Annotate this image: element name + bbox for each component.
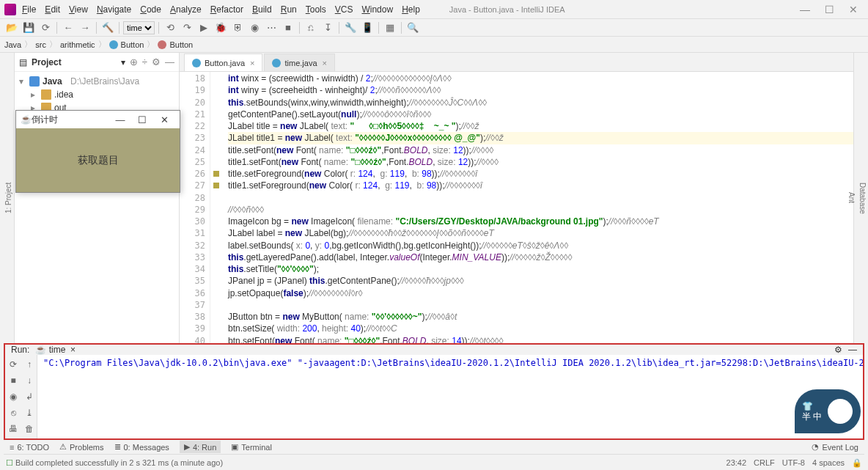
project-sidebar: ▤ Project ▾ ⊕ ÷ ⚙ — ▾ Java D:\JetBrains\… [15, 53, 180, 343]
redo-icon[interactable]: → [78, 21, 92, 35]
tree-node[interactable]: ▸.idea [15, 88, 179, 101]
minimize-button[interactable]: — [800, 4, 810, 15]
menu-refactor[interactable]: Refactor [210, 4, 243, 15]
run-config-select[interactable]: time [123, 21, 155, 34]
rail-project[interactable]: 1: Project [3, 53, 14, 343]
clear-icon[interactable]: 🗑 [23, 422, 36, 436]
menu-build[interactable]: Build [252, 4, 272, 15]
exit-icon[interactable]: ⎋ [7, 406, 20, 419]
gear-icon[interactable]: ⚙ [152, 56, 161, 67]
rail-database[interactable]: Database [857, 53, 868, 343]
vcs-icon[interactable]: ⎌ [304, 21, 318, 35]
editor-tab[interactable]: time.java× [264, 54, 334, 71]
tab-run[interactable]: ▶ 4: Run [180, 441, 221, 453]
float-maximize[interactable]: ☐ [131, 114, 153, 125]
breadcrumb: Java 〉 src 〉 arithmetic 〉 Button 〉 Butto… [0, 37, 868, 53]
up-icon[interactable]: ↑ [23, 358, 36, 371]
float-titlebar[interactable]: ☕ 倒计时 — ☐ ✕ [16, 111, 180, 128]
breadcrumb-item[interactable]: Button [121, 40, 144, 49]
project-title: Project [32, 57, 117, 67]
status-icon: ☐ [6, 458, 13, 468]
collapse-icon[interactable]: ÷ [142, 56, 147, 67]
run-hide-icon[interactable]: — [848, 345, 857, 355]
project-view-icon[interactable]: ▤ [19, 57, 27, 67]
breadcrumb-item[interactable]: src [35, 40, 46, 49]
tab-problems[interactable]: ⚠ Problems [59, 442, 103, 452]
method-icon [158, 40, 166, 49]
event-log[interactable]: ◔ Event Log [812, 442, 858, 452]
hide-icon[interactable]: — [165, 56, 174, 67]
menu-code[interactable]: Code [140, 4, 161, 15]
menu-tools[interactable]: Tools [306, 4, 326, 15]
editor-tab[interactable]: Button.java× [184, 54, 262, 71]
profile-icon[interactable]: ◉ [247, 21, 262, 35]
breadcrumb-item[interactable]: Java [4, 40, 21, 49]
run-gear-icon[interactable]: ⚙ [834, 345, 842, 355]
rail-ant[interactable]: Ant [846, 53, 857, 343]
undo-icon[interactable]: ← [61, 21, 76, 35]
maximize-button[interactable]: ☐ [825, 4, 834, 15]
menu-analyze[interactable]: Analyze [170, 4, 202, 15]
rail-structure[interactable]: 7: Structure [0, 53, 3, 343]
menu-edit[interactable]: Edit [45, 4, 60, 15]
class-icon [109, 40, 118, 49]
settings-icon[interactable]: 🔧 [343, 21, 358, 35]
breadcrumb-item[interactable]: Button [169, 40, 193, 49]
sidebar-header: ▤ Project ▾ ⊕ ÷ ⚙ — [15, 53, 179, 72]
update-icon[interactable]: ↧ [320, 21, 335, 35]
scroll-icon[interactable]: ⤓ [23, 406, 36, 419]
line-sep[interactable]: CRLF [754, 458, 775, 468]
breadcrumb-item[interactable]: arithmetic [60, 40, 95, 49]
wrap-icon[interactable]: ↲ [23, 390, 36, 403]
down-icon[interactable]: ↓ [23, 374, 36, 387]
stop-run-icon[interactable]: ■ [7, 374, 20, 387]
tab-todo[interactable]: ≡ 6: TODO [10, 443, 49, 452]
status-bar: ☐ Build completed successfully in 2 s 32… [0, 455, 868, 470]
open-icon[interactable]: 📂 [4, 21, 19, 35]
run-header: Run: ☕ time × ⚙ — [5, 345, 863, 355]
encoding[interactable]: UTF-8 [782, 458, 805, 468]
float-close[interactable]: ✕ [153, 114, 175, 125]
menu-run[interactable]: Run [281, 4, 297, 15]
float-minimize[interactable]: — [109, 114, 131, 125]
avd-icon[interactable]: 📱 [360, 21, 375, 35]
attach-icon[interactable]: ⋯ [264, 21, 279, 35]
refresh-icon[interactable]: ⟳ [38, 21, 53, 35]
dump-icon[interactable]: ◉ [7, 390, 20, 403]
float-title: 倒计时 [32, 114, 109, 126]
menu-window[interactable]: Window [361, 4, 393, 15]
stop-icon[interactable]: ■ [281, 21, 295, 35]
structure-icon[interactable]: ▦ [383, 21, 397, 35]
indent[interactable]: 4 spaces [812, 458, 845, 468]
menu-vcs[interactable]: VCS [335, 4, 353, 15]
locate-icon[interactable]: ⊕ [130, 56, 138, 67]
run-config-tab[interactable]: ☕ time × [35, 345, 76, 355]
print-icon[interactable]: 🖶 [7, 422, 20, 436]
menu-file[interactable]: File [22, 4, 36, 15]
run-icon[interactable]: ▶ [196, 21, 211, 35]
dropdown-icon[interactable]: ▾ [121, 57, 125, 67]
search-icon[interactable]: 🔍 [405, 21, 420, 35]
assistant-bubble[interactable]: 👕 半 中 [795, 389, 861, 433]
tab-messages[interactable]: ≣ 0: Messages [114, 442, 169, 452]
close-button[interactable]: ✕ [849, 4, 858, 15]
save-icon[interactable]: 💾 [21, 21, 36, 35]
tree-root[interactable]: ▾ Java D:\JetBrains\Java [15, 75, 179, 88]
tab-terminal[interactable]: ▣ Terminal [231, 442, 272, 452]
menu-help[interactable]: Help [402, 4, 420, 15]
run-output[interactable]: "C:\Program Files\Java\jdk-10.0.2\bin\ja… [37, 355, 863, 438]
editor-tabs: Button.java×time.java× [180, 53, 853, 72]
rerun-icon[interactable]: ⟳ [7, 358, 20, 371]
debug-icon[interactable]: 🐞 [213, 21, 228, 35]
titlebar: FileEditViewNavigateCodeAnalyzeRefactorB… [0, 0, 868, 19]
window-controls: — ☐ ✕ [800, 4, 864, 15]
build-icon[interactable]: 🔨 [100, 21, 115, 35]
menu-view[interactable]: View [69, 4, 88, 15]
sync-icon[interactable]: ⟲ [163, 21, 177, 35]
countdown-window[interactable]: ☕ 倒计时 — ☐ ✕ 获取题目 [15, 110, 180, 193]
coverage-icon[interactable]: ⛨ [230, 21, 245, 35]
code-content[interactable]: int winx = (screewidth - winwidth) / 2;/… [222, 72, 853, 343]
menu-navigate[interactable]: Navigate [97, 4, 131, 15]
step-icon[interactable]: ↷ [180, 21, 194, 35]
lock-icon[interactable]: 🔒 [852, 458, 862, 468]
